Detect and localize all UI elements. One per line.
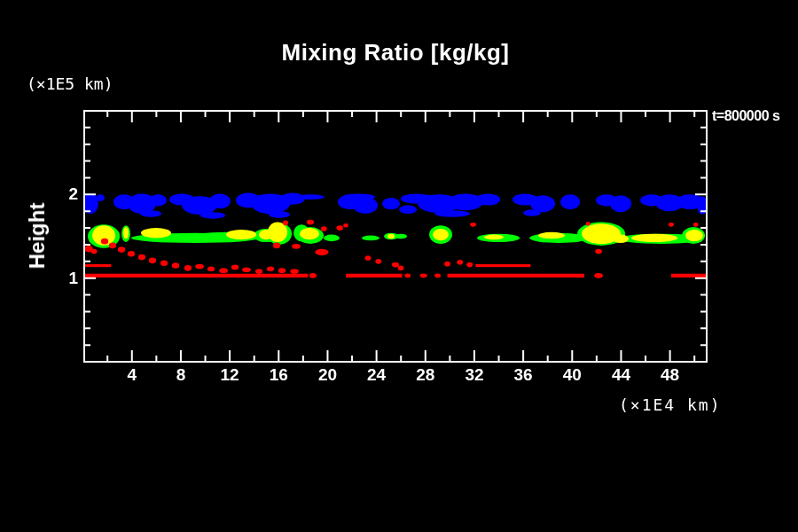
x-tick-label: 8 xyxy=(159,365,203,385)
x-tick-label: 32 xyxy=(452,365,497,385)
x-tick-label: 28 xyxy=(403,365,448,385)
y-axis-tick-labels: 12 xyxy=(43,0,78,532)
x-tick-label: 20 xyxy=(305,365,349,385)
x-axis-units-label: (×1E4 km) xyxy=(619,395,722,414)
x-tick-label: 24 xyxy=(355,365,399,385)
time-annotation: t=800000 s xyxy=(712,108,779,124)
plot-figure: Mixing Ratio [kg/kg] (×1E5 km) t=800000 … xyxy=(0,0,798,532)
x-tick-label: 48 xyxy=(648,365,692,385)
x-tick-label: 44 xyxy=(598,365,643,385)
x-tick-label: 12 xyxy=(207,365,252,385)
x-tick-label: 40 xyxy=(550,365,594,385)
plot-canvas xyxy=(0,0,798,532)
chart-title: Mixing Ratio [kg/kg] xyxy=(84,39,707,66)
x-tick-label: 4 xyxy=(110,365,154,385)
x-tick-label: 36 xyxy=(501,365,545,385)
y-tick-label: 2 xyxy=(43,184,78,204)
x-axis-tick-labels: 4812162024283236404448 xyxy=(0,365,798,387)
x-tick-label: 16 xyxy=(256,365,301,385)
y-tick-label: 1 xyxy=(43,269,78,288)
